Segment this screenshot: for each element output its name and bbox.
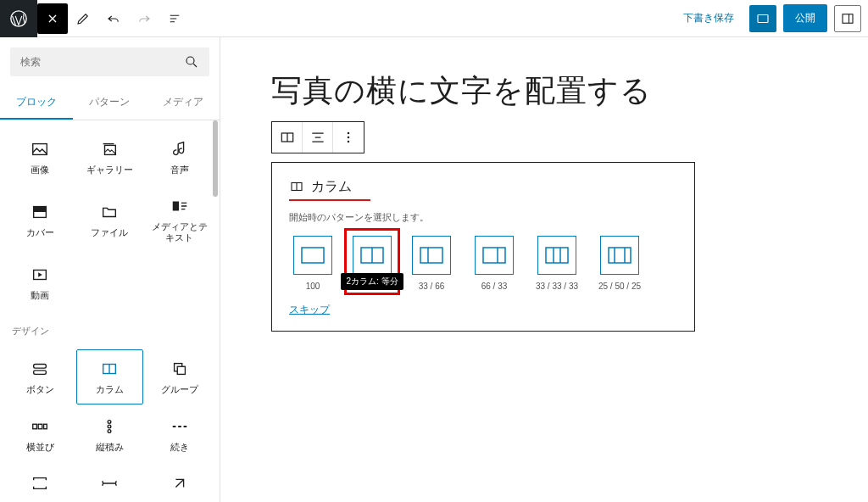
block-buttons[interactable]: ボタン bbox=[7, 349, 73, 404]
inserter-tabs: ブロック パターン メディア bbox=[0, 86, 220, 120]
tab-media[interactable]: メディア bbox=[147, 86, 220, 120]
toggle-inserter-button[interactable] bbox=[37, 3, 68, 34]
svg-rect-37 bbox=[546, 248, 568, 263]
top-toolbar: 下書き保存 公開 bbox=[0, 0, 868, 37]
pattern-33-66[interactable]: 33 / 66 bbox=[408, 236, 455, 291]
block-spacer[interactable] bbox=[147, 465, 213, 502]
wordpress-logo[interactable] bbox=[0, 0, 37, 37]
columns-icon bbox=[289, 179, 304, 194]
block-file[interactable]: ファイル bbox=[76, 187, 142, 252]
svg-rect-12 bbox=[34, 371, 47, 375]
svg-rect-40 bbox=[609, 248, 631, 263]
svg-rect-19 bbox=[44, 424, 47, 429]
file-icon bbox=[100, 202, 119, 222]
svg-rect-5 bbox=[33, 144, 47, 155]
svg-rect-30 bbox=[302, 248, 324, 263]
block-stack[interactable]: 縦積み bbox=[76, 408, 142, 461]
svg-point-21 bbox=[108, 425, 112, 428]
pattern-50-50[interactable]: 2カラム: 等分 bbox=[348, 232, 396, 291]
block-audio[interactable]: 音声 bbox=[147, 131, 213, 184]
pattern-100[interactable]: 100 bbox=[289, 236, 337, 291]
preview-button[interactable] bbox=[749, 5, 776, 32]
gallery-icon bbox=[100, 139, 119, 159]
svg-rect-16 bbox=[177, 366, 185, 374]
columns-block-placeholder: カラム 開始時のパターンを選択します。 100 2カラム: 等分 33 / 66 bbox=[271, 162, 695, 332]
cover-icon bbox=[31, 202, 49, 222]
block-page-break[interactable] bbox=[7, 465, 73, 502]
block-media-text[interactable]: メディアとテキスト bbox=[147, 187, 213, 252]
svg-point-27 bbox=[348, 141, 350, 143]
edit-mode-button[interactable] bbox=[68, 3, 98, 34]
separator-icon bbox=[100, 473, 119, 494]
svg-point-25 bbox=[348, 132, 350, 135]
section-design-label: デザイン bbox=[0, 316, 220, 339]
media-text-icon bbox=[170, 196, 189, 216]
post-title[interactable]: 写真の横に文字を配置する bbox=[271, 71, 817, 111]
scrollbar[interactable] bbox=[213, 120, 218, 197]
stack-icon bbox=[100, 416, 119, 437]
block-more[interactable]: 続き bbox=[147, 408, 213, 461]
group-icon bbox=[170, 359, 189, 379]
block-cover[interactable]: カバー bbox=[7, 187, 73, 252]
block-inserter-panel: ブロック パターン メディア 画像 ギャラリー bbox=[0, 37, 220, 502]
page-break-icon bbox=[31, 473, 49, 494]
block-toolbar bbox=[271, 121, 364, 153]
svg-rect-2 bbox=[843, 14, 853, 23]
columns-block-desc: 開始時のパターンを選択します。 bbox=[289, 211, 677, 224]
pattern-33-33-33[interactable]: 33 / 33 / 33 bbox=[533, 236, 581, 291]
block-columns[interactable]: カラム bbox=[76, 349, 142, 404]
block-separator[interactable] bbox=[76, 465, 142, 502]
editor-canvas: 写真の横に文字を配置する カラム 開始 bbox=[220, 37, 868, 502]
undo-button[interactable] bbox=[98, 3, 129, 34]
block-row[interactable]: 横並び bbox=[7, 408, 73, 461]
svg-rect-33 bbox=[420, 248, 442, 263]
more-icon bbox=[170, 416, 189, 437]
audio-icon bbox=[170, 139, 189, 159]
svg-rect-6 bbox=[105, 145, 116, 154]
svg-rect-35 bbox=[483, 248, 505, 263]
tab-blocks[interactable]: ブロック bbox=[0, 86, 73, 120]
search-input[interactable] bbox=[20, 56, 184, 68]
svg-point-22 bbox=[108, 430, 112, 433]
buttons-icon bbox=[31, 359, 49, 379]
block-group[interactable]: グループ bbox=[147, 349, 213, 404]
block-video[interactable]: 動画 bbox=[7, 256, 73, 310]
redo-button[interactable] bbox=[129, 3, 159, 34]
settings-panel-toggle[interactable] bbox=[834, 5, 861, 32]
toolbar-align[interactable] bbox=[303, 122, 333, 153]
svg-rect-8 bbox=[34, 206, 47, 211]
block-gallery[interactable]: ギャラリー bbox=[76, 131, 142, 184]
svg-rect-9 bbox=[173, 202, 179, 211]
columns-block-header: カラム bbox=[289, 178, 370, 201]
pattern-66-33[interactable]: 66 / 33 bbox=[470, 236, 518, 291]
image-icon bbox=[31, 139, 49, 159]
svg-rect-17 bbox=[33, 424, 37, 429]
pattern-tooltip: 2カラム: 等分 bbox=[341, 273, 403, 290]
svg-point-20 bbox=[108, 421, 112, 424]
svg-rect-11 bbox=[34, 364, 47, 368]
save-draft-button[interactable]: 下書き保存 bbox=[675, 6, 743, 31]
document-overview-button[interactable] bbox=[159, 3, 190, 34]
toolbar-block-type[interactable] bbox=[272, 122, 303, 153]
publish-button[interactable]: 公開 bbox=[783, 4, 827, 32]
svg-rect-1 bbox=[758, 14, 768, 22]
svg-point-4 bbox=[186, 57, 194, 64]
search-icon bbox=[184, 54, 199, 70]
video-icon bbox=[31, 265, 49, 285]
pattern-25-50-25[interactable]: 25 / 50 / 25 bbox=[596, 236, 643, 291]
toolbar-options[interactable] bbox=[333, 122, 364, 153]
row-icon bbox=[31, 416, 49, 437]
svg-point-26 bbox=[348, 137, 350, 139]
skip-link[interactable]: スキップ bbox=[289, 303, 330, 317]
spacer-icon bbox=[170, 473, 189, 494]
svg-rect-18 bbox=[38, 424, 42, 429]
columns-block-title: カラム bbox=[311, 178, 352, 196]
block-image[interactable]: 画像 bbox=[7, 131, 73, 184]
tab-patterns[interactable]: パターン bbox=[73, 86, 146, 120]
search-box[interactable] bbox=[10, 47, 209, 76]
columns-icon bbox=[100, 359, 119, 379]
